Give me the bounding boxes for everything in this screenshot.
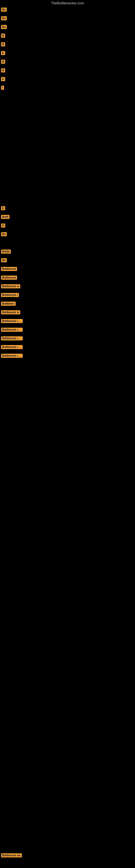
- badge-b16[interactable]: Ba: [1, 258, 7, 262]
- badge-b10[interactable]: I: [1, 86, 4, 90]
- badge-b7[interactable]: B: [1, 60, 5, 64]
- badge-b23[interactable]: Bottleneck resu: [1, 319, 23, 323]
- badge-b2[interactable]: Bo: [1, 16, 7, 20]
- badge-b6[interactable]: E: [1, 51, 5, 55]
- badge-b4[interactable]: B: [1, 34, 5, 38]
- badge-b24[interactable]: Bottleneck resu: [1, 328, 23, 332]
- badge-b18[interactable]: Bottleneck: [1, 276, 17, 280]
- badge-b12[interactable]: Bottl: [1, 215, 9, 219]
- badge-b9[interactable]: E: [1, 77, 5, 81]
- site-title: TheBottlenecker.com: [51, 1, 84, 5]
- badge-b22[interactable]: Bottleneck re: [1, 310, 20, 314]
- badge-b19[interactable]: Bottleneck re: [1, 284, 20, 288]
- badge-b15[interactable]: Bottle: [1, 250, 11, 254]
- badge-b3[interactable]: Ba: [1, 25, 7, 29]
- badge-b14[interactable]: Bo: [1, 232, 7, 236]
- badge-b8[interactable]: B: [1, 68, 5, 72]
- badge-b25[interactable]: Bottleneck resu: [1, 336, 23, 340]
- badge-b17[interactable]: Bottleneck: [1, 267, 17, 271]
- badge-b28[interactable]: Bottleneck res: [1, 854, 22, 858]
- badge-b21[interactable]: Bottlenec: [1, 302, 16, 306]
- badge-b1[interactable]: Bo: [1, 8, 7, 12]
- badge-b11[interactable]: E: [1, 206, 5, 210]
- badge-b13[interactable]: E: [1, 223, 5, 227]
- badge-b5[interactable]: B: [1, 42, 5, 46]
- badge-b27[interactable]: Bottleneck resu: [1, 354, 23, 358]
- badge-b20[interactable]: Bottleneck r: [1, 293, 19, 297]
- badge-b26[interactable]: Bottleneck resu: [1, 345, 23, 349]
